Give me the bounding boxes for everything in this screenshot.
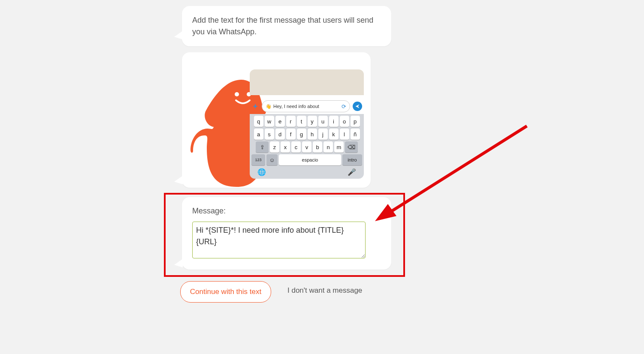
message-input-bar: + 👋 Hey, I need info about ⟳ (251, 100, 362, 112)
bubble-tail-icon (174, 259, 183, 267)
keyboard-row-1: qwertyuiop (251, 116, 362, 127)
key: y (308, 116, 317, 127)
key-space: espacio (279, 154, 341, 165)
preview-input-text: Hey, I need info about (273, 104, 319, 109)
instruction-bubble: Add the text for the first message that … (182, 6, 391, 46)
key: c (291, 141, 301, 153)
skip-link-label: I don't want a message (287, 286, 362, 294)
key: s (265, 129, 274, 140)
key: r (286, 116, 296, 127)
continue-button-label: Continue with this text (190, 288, 261, 296)
key-backspace: ⌫ (345, 141, 358, 153)
key: h (308, 129, 317, 140)
bubble-tail-icon (174, 31, 183, 39)
key: v (302, 141, 311, 153)
message-textarea[interactable] (192, 222, 366, 258)
key-shift: ⇧ (256, 141, 269, 153)
key: e (275, 116, 285, 127)
key: z (270, 141, 279, 153)
annotation-arrow-icon (372, 123, 531, 231)
message-label: Message: (192, 207, 381, 216)
preview-input-field: 👋 Hey, I need info about ⟳ (262, 100, 350, 112)
key: w (265, 116, 274, 127)
chat-background (250, 69, 364, 95)
mic-icon: 🎤 (348, 168, 356, 176)
key: k (329, 129, 339, 140)
key: m (334, 141, 344, 153)
key-emoji: ☺ (266, 154, 278, 165)
key: q (254, 116, 263, 127)
keyboard-row-4: 123 ☺ espacio intro (251, 154, 362, 165)
svg-point-0 (235, 92, 239, 96)
plus-icon: + (251, 102, 259, 111)
key: f (286, 129, 296, 140)
message-input-bubble: Message: (182, 197, 391, 270)
key: u (318, 116, 328, 127)
keyboard-bottom-row: 🌐 🎤 (251, 167, 362, 176)
key: b (313, 141, 322, 153)
key: i (329, 116, 339, 127)
keyboard-illustration: qwertyuiop asdfghjklñ ⇧zxcvbnm⌫ 123 ☺ es… (250, 114, 364, 179)
continue-button[interactable]: Continue with this text (180, 281, 271, 303)
key: x (281, 141, 290, 153)
skip-link[interactable]: I don't want a message (287, 286, 362, 295)
key: g (297, 129, 306, 140)
illustration-bubble: + 👋 Hey, I need info about ⟳ qwertyuiop … (182, 52, 371, 188)
key: p (351, 116, 360, 127)
phone-preview: + 👋 Hey, I need info about ⟳ qwertyuiop … (250, 69, 364, 184)
key: n (324, 141, 333, 153)
refresh-icon: ⟳ (342, 103, 346, 110)
send-icon (353, 102, 362, 111)
key: a (254, 129, 263, 140)
key: j (318, 129, 328, 140)
key: o (340, 116, 349, 127)
key: l (340, 129, 349, 140)
svg-line-2 (385, 126, 527, 215)
keyboard-row-3: ⇧zxcvbnm⌫ (251, 141, 362, 153)
bubble-tail-icon (174, 176, 183, 184)
instruction-text: Add the text for the first message that … (192, 16, 373, 36)
key: d (275, 129, 285, 140)
key-enter: intro (342, 154, 362, 165)
keyboard-row-2: asdfghjklñ (251, 129, 362, 140)
key-123: 123 (251, 154, 265, 165)
key: ñ (351, 129, 360, 140)
key: t (297, 116, 306, 127)
wave-emoji-icon: 👋 (266, 104, 272, 109)
globe-icon: 🌐 (257, 168, 266, 176)
